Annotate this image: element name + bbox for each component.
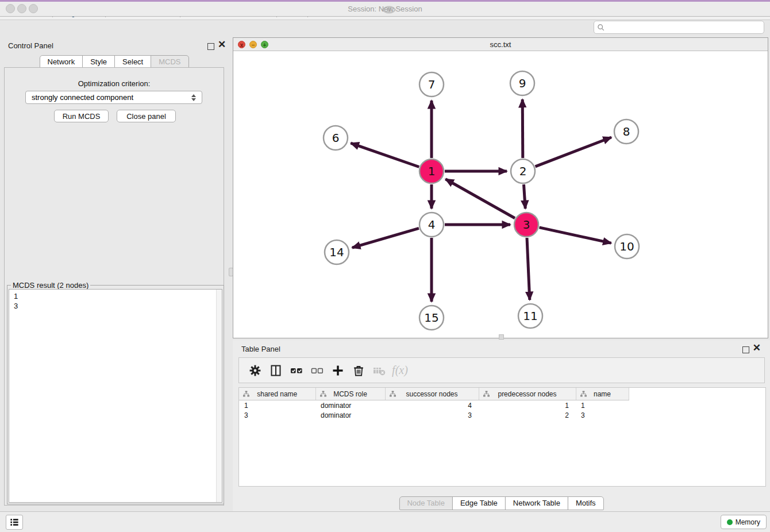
dropdown-stepper-icon <box>191 94 196 101</box>
float-table-panel-icon[interactable] <box>742 345 749 356</box>
svg-text:3: 3 <box>523 218 530 232</box>
deselect-all-button[interactable] <box>307 361 328 380</box>
graph-node-2[interactable]: 2 <box>511 159 535 183</box>
network-view-window: x – + scc.txt 1234678910111415 <box>233 37 768 338</box>
function-builder-button[interactable]: f(x) <box>390 361 410 380</box>
table-cell: dominator <box>315 410 385 420</box>
graph-node-14[interactable]: 14 <box>325 240 349 264</box>
graph-node-7[interactable]: 7 <box>419 72 444 97</box>
column-header-predecessor-nodes[interactable]: predecessor nodes <box>479 388 576 400</box>
node-table: shared nameMCDS rolesuccessor nodesprede… <box>238 387 766 487</box>
eye-icon <box>382 2 396 17</box>
svg-text:7: 7 <box>428 78 436 91</box>
graph-edge-4-14[interactable] <box>352 228 419 248</box>
task-history-button[interactable] <box>6 515 23 530</box>
mcds-result-box: 13 <box>9 289 222 503</box>
graph-edge-3-10[interactable] <box>540 228 611 243</box>
show-all-button[interactable] <box>379 1 399 18</box>
node-attribute-table[interactable]: shared nameMCDS rolesuccessor nodesprede… <box>239 388 629 420</box>
column-label: MCDS role <box>333 390 367 398</box>
function-icon: f(x) <box>392 364 408 377</box>
column-label: predecessor nodes <box>498 390 556 398</box>
show-columns-button[interactable] <box>265 361 286 380</box>
column-header-name[interactable]: name <box>576 388 629 400</box>
tab-node-table[interactable]: Node Table <box>399 496 453 510</box>
mcds-result-title: MCDS result (2 nodes) <box>11 281 90 290</box>
delete-table-button[interactable] <box>369 361 390 380</box>
search-icon <box>597 24 605 32</box>
column-label: shared name <box>257 390 297 398</box>
table-cell: 3 <box>576 410 629 420</box>
graph-edge-2-9[interactable] <box>522 99 523 158</box>
table-cell: 3 <box>239 410 315 420</box>
tab-motifs[interactable]: Motifs <box>568 496 604 510</box>
table-cell: 1 <box>239 400 315 411</box>
status-bar: Memory <box>0 511 770 532</box>
mcds-result-text: 13 <box>9 290 216 502</box>
select-all-button[interactable] <box>286 361 307 380</box>
result-line: 3 <box>14 301 216 311</box>
graph-node-6[interactable]: 6 <box>324 126 348 150</box>
tab-network-table[interactable]: Network Table <box>505 496 568 510</box>
network-graph-canvas[interactable]: 1234678910111415 <box>233 51 768 338</box>
table-cell: 3 <box>385 410 479 420</box>
graph-edge-2-3[interactable] <box>524 184 526 209</box>
plus-icon <box>331 364 345 377</box>
svg-text:1: 1 <box>428 164 436 178</box>
graph-node-3[interactable]: 3 <box>514 213 538 237</box>
columns-icon <box>269 364 283 377</box>
table-cell: 1 <box>576 400 629 411</box>
table-panel-tabs: Node TableEdge TableNetwork TableMotifs <box>399 496 603 510</box>
graph-edge-1-6[interactable] <box>351 143 419 167</box>
control-panel: Control Panel ✕ NetworkStyleSelectMCDS O… <box>0 37 228 511</box>
search-input[interactable] <box>605 22 764 33</box>
tab-edge-table[interactable]: Edge Table <box>452 496 506 510</box>
network-window-titlebar: x – + scc.txt <box>233 38 768 51</box>
svg-text:11: 11 <box>523 309 537 323</box>
criterion-dropdown[interactable]: strongly connected component <box>25 91 202 104</box>
memory-button[interactable]: Memory <box>721 515 767 529</box>
column-header-shared-name[interactable]: shared name <box>239 388 315 400</box>
vertical-splitter[interactable] <box>228 37 233 511</box>
table-toolbar: f(x) <box>238 357 765 383</box>
table-settings-button[interactable] <box>245 361 265 380</box>
column-header-successor-nodes[interactable]: successor nodes <box>385 388 479 400</box>
network-window-title: scc.txt <box>233 40 768 49</box>
graph-node-11[interactable]: 11 <box>518 304 542 328</box>
graph-edge-3-1[interactable] <box>445 179 515 218</box>
graph-node-15[interactable]: 15 <box>419 306 444 330</box>
svg-text:15: 15 <box>424 311 438 325</box>
delete-column-button[interactable] <box>348 361 369 380</box>
graph-node-4[interactable]: 4 <box>419 213 444 237</box>
graph-edge-3-11[interactable] <box>527 238 530 300</box>
svg-text:2: 2 <box>519 164 527 178</box>
graph-node-8[interactable]: 8 <box>614 119 638 144</box>
memory-status-icon <box>727 519 733 525</box>
result-scrollbar[interactable] <box>216 290 222 502</box>
close-panel-button[interactable]: Close panel <box>117 110 176 122</box>
graph-node-10[interactable]: 10 <box>615 234 639 259</box>
graph-edge-2-8[interactable] <box>536 137 611 167</box>
table-cell: dominator <box>315 400 385 411</box>
svg-text:6: 6 <box>332 131 340 145</box>
optimization-criterion-label: Optimization criterion: <box>0 79 228 88</box>
column-header-MCDS-role[interactable]: MCDS role <box>315 388 385 400</box>
network-resize-handle[interactable] <box>499 334 504 340</box>
table-row[interactable]: 1dominator411 <box>239 400 629 411</box>
close-panel-icon[interactable]: ✕ <box>218 42 226 48</box>
svg-text:9: 9 <box>519 76 526 90</box>
search-box[interactable] <box>594 21 764 34</box>
table-row[interactable]: 3dominator323 <box>239 410 629 420</box>
float-panel-icon[interactable] <box>207 42 214 52</box>
graph-node-9[interactable]: 9 <box>510 71 534 95</box>
table-cell: 2 <box>479 410 576 420</box>
table-panel: Table Panel ✕ f(x) shared nameMCDS roles… <box>233 340 770 511</box>
graph-node-1[interactable]: 1 <box>419 159 444 183</box>
run-mcds-button[interactable]: Run MCDS <box>54 110 109 122</box>
add-column-button[interactable] <box>328 361 348 380</box>
delete-table-icon <box>372 364 386 377</box>
gear-icon <box>248 364 262 377</box>
close-table-panel-icon[interactable]: ✕ <box>753 345 761 351</box>
svg-text:14: 14 <box>329 245 344 259</box>
trash-icon <box>352 364 365 377</box>
